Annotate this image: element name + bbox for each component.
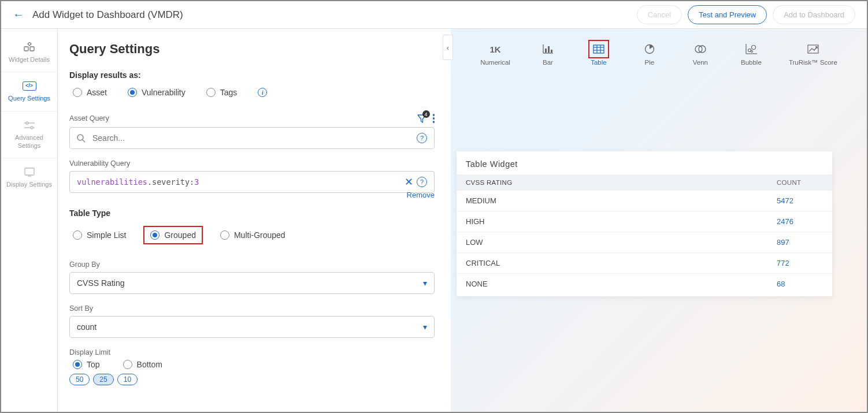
sidebar-item-query-settings[interactable]: </> Query Settings (1, 72, 57, 111)
asset-query-input[interactable] (91, 133, 417, 143)
radio-bottom[interactable]: Bottom (123, 360, 162, 369)
radio-multi-grouped[interactable]: Multi-Grouped (220, 230, 285, 240)
more-menu-icon[interactable] (433, 114, 435, 123)
radio-icon (128, 88, 137, 97)
cell-count[interactable]: 772 (777, 259, 823, 267)
table-row: NONE 68 (457, 274, 832, 294)
ct-label: Bar (543, 59, 553, 66)
query-settings-icon: </> (3, 80, 55, 92)
asset-query-label: Asset Query 4 (69, 113, 435, 124)
radio-tags[interactable]: Tags (206, 88, 238, 97)
remove-link[interactable]: Remove (69, 191, 435, 199)
display-results-label: Display results as: (69, 70, 435, 80)
cancel-button[interactable]: Cancel (637, 5, 682, 24)
test-preview-button[interactable]: Test and Preview (688, 5, 767, 24)
filter-icon[interactable]: 4 (417, 113, 427, 124)
table-icon (585, 43, 612, 55)
cell-count[interactable]: 5472 (777, 196, 823, 205)
table-widget-preview: Table Widget CVSS RATING COUNT MEDIUM 54… (457, 151, 832, 296)
help-icon[interactable]: ? (417, 133, 427, 143)
bubble-chart-icon (738, 43, 765, 55)
radio-icon (123, 360, 132, 369)
col-header-count: COUNT (777, 179, 823, 186)
chart-type-selector: 1K Numerical Bar Table (451, 29, 867, 76)
search-icon (77, 134, 86, 143)
radio-grouped[interactable]: Grouped (143, 226, 202, 244)
chart-type-numerical[interactable]: 1K Numerical (480, 43, 510, 66)
radio-label: Tags (220, 88, 238, 97)
widget-title: Table Widget (457, 151, 832, 174)
add-to-dashboard-button[interactable]: Add to Dashboard (773, 5, 855, 24)
header-buttons: Cancel Test and Preview Add to Dashboard (637, 5, 855, 24)
chart-type-pie[interactable]: Pie (636, 43, 663, 66)
sort-by-select[interactable]: count ▾ (69, 316, 435, 338)
radio-simple-list[interactable]: Simple List (73, 230, 126, 240)
cell-count[interactable]: 2476 (777, 217, 823, 226)
radio-icon (73, 230, 82, 240)
pill-25[interactable]: 25 (93, 374, 113, 385)
chart-type-venn[interactable]: Venn (687, 43, 714, 66)
radio-label: Grouped (164, 230, 195, 240)
sidebar-item-widget-details[interactable]: Widget Details (1, 34, 57, 72)
cell-count[interactable]: 68 (777, 280, 823, 288)
pill-50[interactable]: 50 (69, 374, 90, 385)
sidebar-item-display-settings[interactable]: Display Settings (1, 158, 57, 196)
chevron-down-icon: ▾ (423, 278, 427, 288)
table-row: MEDIUM 5472 (457, 191, 832, 211)
cell-rating: LOW (466, 238, 777, 247)
preview-panel: ‹ 1K Numerical Bar Table (451, 29, 867, 412)
chart-type-bar[interactable]: Bar (535, 43, 561, 66)
header: ← Add Widget to Dashboard (VMDR) Cancel … (1, 1, 867, 29)
display-limit-label: Display Limit (69, 348, 435, 356)
svg-rect-6 (25, 168, 34, 175)
sidebar: Widget Details </> Query Settings Advanc… (1, 29, 58, 412)
chart-type-trurisk[interactable]: TruRisk™ Score (789, 43, 837, 66)
cell-count[interactable]: 897 (777, 238, 823, 247)
radio-label: Top (87, 360, 100, 369)
svg-point-26 (751, 46, 755, 50)
limit-pills: 50 25 10 (69, 374, 435, 385)
numerical-icon: 1K (480, 43, 510, 55)
svg-rect-12 (545, 49, 547, 53)
collapse-preview-icon[interactable]: ‹ (443, 35, 453, 60)
group-by-select[interactable]: CVSS Rating ▾ (69, 272, 435, 294)
radio-icon (150, 230, 159, 240)
radio-label: Asset (87, 88, 107, 97)
ct-label: Venn (693, 59, 708, 66)
asset-query-input-wrap: ? (69, 127, 435, 149)
pill-10[interactable]: 10 (117, 374, 138, 385)
chart-type-bubble[interactable]: Bubble (738, 43, 765, 66)
ct-label: Table (591, 59, 607, 66)
sidebar-item-advanced-settings[interactable]: Advanced Settings (1, 111, 57, 159)
table-row: HIGH 2476 (457, 211, 832, 232)
vuln-query-input-wrap[interactable]: vulnerabilities.severity:3 ✕ ? (69, 171, 435, 193)
svg-point-5 (31, 126, 33, 129)
table-header: CVSS RATING COUNT (457, 174, 832, 191)
svg-rect-14 (551, 50, 552, 53)
svg-line-9 (83, 140, 85, 142)
vuln-query-label: Vulnerability Query (69, 159, 435, 168)
chart-type-table[interactable]: Table (585, 43, 612, 66)
help-icon[interactable]: ? (417, 177, 427, 187)
sort-by-label: Sort By (69, 304, 435, 312)
clear-icon[interactable]: ✕ (401, 176, 417, 188)
svg-rect-1 (30, 47, 34, 51)
group-by-label: Group By (69, 261, 435, 269)
radio-icon (206, 88, 216, 97)
radio-top[interactable]: Top (73, 360, 100, 369)
radio-vulnerability[interactable]: Vulnerability (128, 88, 186, 97)
radio-asset[interactable]: Asset (73, 88, 107, 97)
table-type-label: Table Type (69, 209, 435, 218)
radio-label: Simple List (87, 230, 126, 240)
ct-label: Bubble (741, 59, 762, 66)
svg-rect-15 (593, 45, 604, 53)
info-icon[interactable]: i (258, 88, 267, 97)
chevron-down-icon: ▾ (423, 322, 427, 332)
main-panel: Query Settings Display results as: Asset… (58, 29, 451, 412)
svg-rect-13 (548, 46, 550, 53)
svg-point-8 (77, 135, 83, 140)
back-arrow-icon[interactable]: ← (13, 8, 24, 21)
svg-point-27 (751, 51, 752, 53)
radio-label: Vulnerability (142, 88, 186, 97)
display-settings-icon (3, 166, 55, 178)
